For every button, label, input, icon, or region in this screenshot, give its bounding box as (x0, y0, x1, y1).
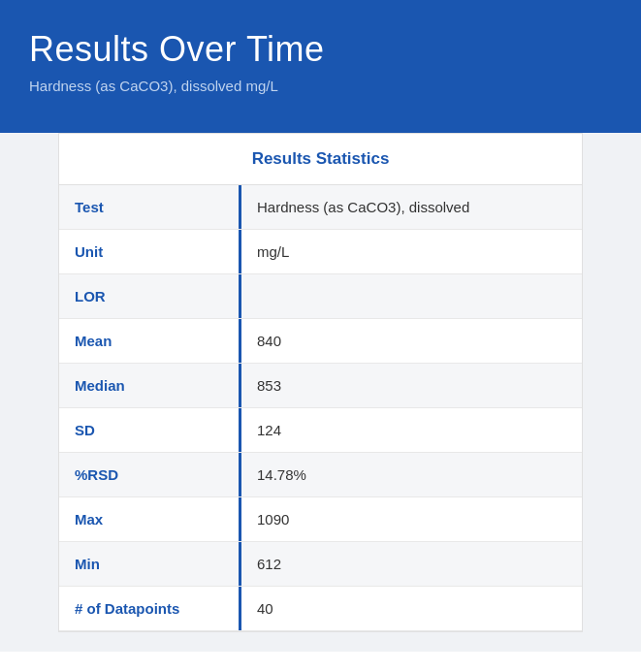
row-value: 612 (257, 556, 281, 572)
row-label: Max (59, 497, 239, 541)
row-label: %RSD (59, 453, 239, 496)
table-row: %RSD14.78% (59, 453, 582, 497)
table-row: TestHardness (as CaCO3), dissolved (59, 185, 582, 230)
row-value-cell: mg/L (239, 230, 582, 273)
table-row: Median853 (59, 364, 582, 408)
page-title: Results Over Time (29, 29, 612, 70)
row-label: Median (59, 364, 239, 407)
row-value-cell: 1090 (239, 497, 582, 541)
row-value: 1090 (257, 511, 289, 528)
row-label: Test (59, 185, 239, 229)
row-label: Unit (59, 230, 239, 273)
table-row: Max1090 (59, 497, 582, 542)
stats-table-wrapper: Results Statistics TestHardness (as CaCO… (58, 133, 583, 632)
table-row: # of Datapoints40 (59, 587, 582, 631)
table-row: Unitmg/L (59, 230, 582, 274)
row-value: 124 (257, 422, 281, 438)
page-subtitle: Hardness (as CaCO3), dissolved mg/L (29, 78, 612, 94)
row-value: 40 (257, 600, 273, 617)
row-label: LOR (59, 274, 239, 318)
header: Results Over Time Hardness (as CaCO3), d… (0, 0, 641, 133)
table-row: LOR (59, 274, 582, 319)
row-label: Min (59, 542, 239, 586)
table-row: Min612 (59, 542, 582, 587)
row-value: mg/L (257, 243, 289, 260)
row-label: # of Datapoints (59, 587, 239, 630)
stats-section-title: Results Statistics (59, 134, 582, 185)
row-value-cell: Hardness (as CaCO3), dissolved (239, 185, 582, 229)
table-row: Mean840 (59, 319, 582, 364)
row-label: SD (59, 408, 239, 452)
content-area: Results Statistics TestHardness (as CaCO… (0, 133, 641, 652)
row-value-cell: 853 (239, 364, 582, 407)
table-row: SD124 (59, 408, 582, 453)
row-value-cell: 14.78% (239, 453, 582, 496)
row-label: Mean (59, 319, 239, 363)
row-value: 14.78% (257, 466, 306, 483)
row-value-cell: 124 (239, 408, 582, 452)
row-value-cell: 840 (239, 319, 582, 363)
row-value-cell: 612 (239, 542, 582, 586)
row-value: Hardness (as CaCO3), dissolved (257, 199, 469, 215)
row-value-cell (239, 274, 582, 318)
row-value: 840 (257, 333, 281, 349)
row-value-cell: 40 (239, 587, 582, 630)
row-value: 853 (257, 377, 281, 394)
